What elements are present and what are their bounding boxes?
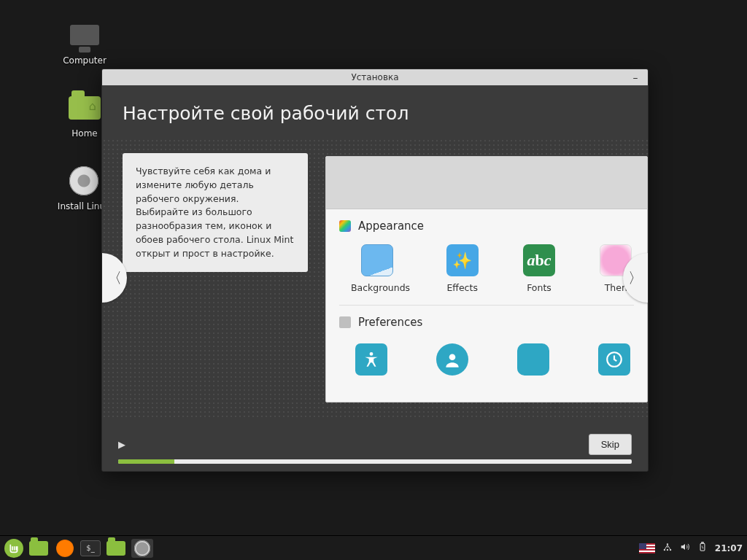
preferences-icon bbox=[339, 316, 351, 328]
slide-description: Чувствуйте себя как дома и измените любу… bbox=[123, 153, 308, 272]
fonts-icon: abc bbox=[523, 244, 555, 276]
account-icon bbox=[436, 343, 468, 376]
section-title: Preferences bbox=[358, 316, 422, 329]
backgrounds-icon bbox=[361, 244, 393, 276]
tile-fonts[interactable]: abc Fonts bbox=[521, 244, 557, 293]
panel-header bbox=[326, 157, 647, 209]
taskbar-terminal-button[interactable]: $_ bbox=[80, 540, 101, 556]
battery-icon[interactable] bbox=[697, 542, 708, 554]
window-title: Установка bbox=[351, 72, 398, 82]
tile-label: Effects bbox=[444, 282, 480, 293]
clock[interactable]: 21:07 bbox=[715, 543, 743, 553]
taskbar-firefox-button[interactable] bbox=[54, 539, 76, 558]
date-time-icon bbox=[598, 343, 630, 376]
install-progressbar bbox=[118, 459, 632, 464]
section-title: Appearance bbox=[358, 219, 424, 233]
installer-footer: ▶ Skip bbox=[102, 417, 648, 471]
svg-rect-8 bbox=[702, 542, 703, 544]
folder-home-icon bbox=[67, 90, 102, 125]
svg-point-0 bbox=[369, 352, 373, 356]
tile-label: Backgrounds bbox=[351, 282, 403, 293]
slide-content: Чувствуйте себя как дома и измените любу… bbox=[102, 139, 648, 417]
appearance-icon bbox=[339, 220, 351, 232]
tile-backgrounds[interactable]: Backgrounds bbox=[351, 244, 403, 293]
taskbar-files-button[interactable] bbox=[28, 539, 50, 558]
tile-effects[interactable]: ✨ Effects bbox=[444, 244, 480, 293]
system-tray: 21:07 bbox=[639, 542, 743, 554]
svg-point-3 bbox=[664, 549, 665, 551]
taskbar-files2-button[interactable] bbox=[105, 539, 127, 558]
tile-accessibility[interactable] bbox=[351, 343, 391, 381]
install-progress-fill bbox=[118, 459, 174, 464]
accessibility-icon bbox=[355, 343, 387, 376]
slide-heading: Настройте свой рабочий стол bbox=[123, 103, 627, 124]
network-icon[interactable] bbox=[662, 542, 673, 554]
taskbar-installer-button[interactable] bbox=[131, 539, 153, 558]
tile-preference-3[interactable] bbox=[513, 343, 553, 381]
tile-label: Fonts bbox=[521, 282, 557, 293]
slide-heading-area: Настройте свой рабочий стол bbox=[102, 85, 648, 139]
svg-point-4 bbox=[667, 549, 668, 551]
svg-point-1 bbox=[449, 354, 455, 360]
desktop-icon-computer[interactable]: Computer bbox=[53, 18, 117, 66]
tile-preference-4[interactable] bbox=[594, 343, 634, 381]
volume-icon[interactable] bbox=[680, 542, 690, 554]
preferences-section: Preferences bbox=[326, 306, 647, 387]
settings-preview-panel: Appearance Backgrounds ✨ Effects abc bbox=[325, 156, 648, 402]
titlebar[interactable]: Установка – bbox=[102, 69, 648, 85]
tile-account[interactable] bbox=[432, 343, 472, 381]
slideshow-play-button[interactable]: ▶ bbox=[118, 439, 125, 450]
keyboard-layout-indicator[interactable] bbox=[639, 543, 655, 553]
computer-icon bbox=[67, 18, 102, 52]
effects-icon: ✨ bbox=[446, 244, 479, 276]
svg-point-5 bbox=[670, 549, 671, 551]
skip-button[interactable]: Skip bbox=[589, 434, 632, 455]
start-menu-button[interactable] bbox=[4, 539, 23, 558]
taskbar: $_ 21:07 bbox=[0, 535, 747, 560]
minimize-button[interactable]: – bbox=[629, 71, 642, 84]
disc-icon bbox=[66, 163, 101, 198]
applet-icon bbox=[517, 343, 549, 376]
svg-point-6 bbox=[667, 543, 668, 545]
installer-window: Установка – Настройте свой рабочий стол … bbox=[101, 69, 649, 472]
desktop-icon-label: Computer bbox=[53, 55, 117, 66]
appearance-section: Appearance Backgrounds ✨ Effects abc bbox=[326, 209, 647, 299]
